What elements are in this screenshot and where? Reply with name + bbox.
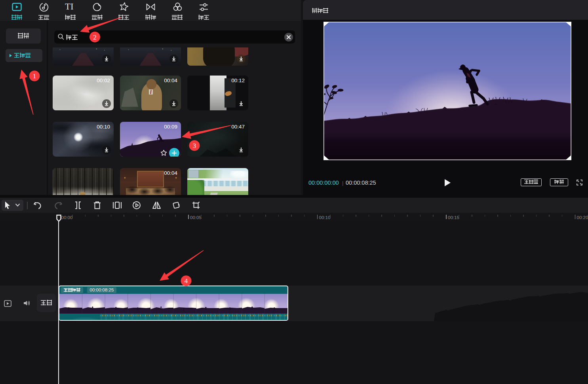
- svg-text:2: 2: [93, 34, 97, 41]
- svg-text:1: 1: [33, 72, 36, 80]
- svg-text:3: 3: [193, 142, 196, 149]
- svg-text:4: 4: [185, 277, 188, 285]
